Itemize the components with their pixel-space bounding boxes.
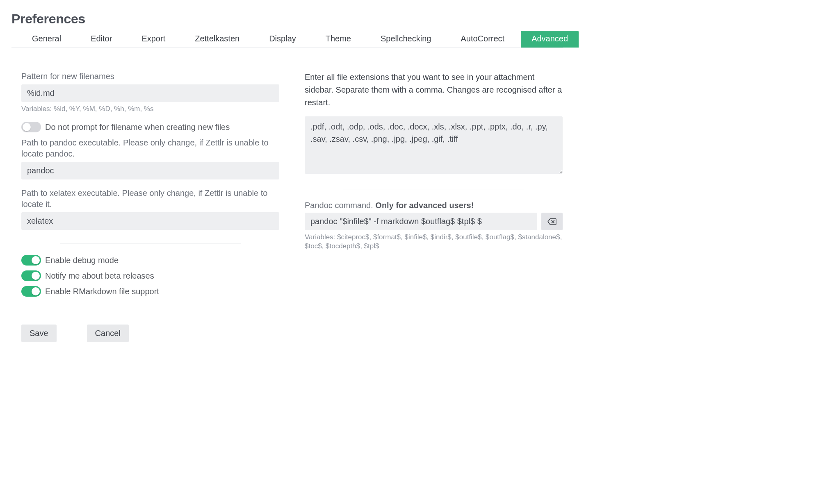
toggle-beta[interactable] bbox=[21, 270, 41, 281]
pandoc-command-label-strong: Only for advanced users! bbox=[375, 201, 474, 210]
tab-theme[interactable]: Theme bbox=[317, 31, 360, 48]
filename-pattern-label: Pattern for new filenames bbox=[21, 71, 279, 82]
pandoc-command-hint: Variables: $citeproc$, $format$, $infile… bbox=[305, 233, 563, 251]
tab-editor[interactable]: Editor bbox=[82, 31, 121, 48]
toggle-beta-label: Notify me about beta releases bbox=[45, 271, 154, 281]
pandoc-path-input[interactable] bbox=[21, 162, 279, 179]
toggle-row-beta: Notify me about beta releases bbox=[21, 270, 279, 281]
toggle-debug[interactable] bbox=[21, 255, 41, 266]
toggle-row-debug: Enable debug mode bbox=[21, 255, 279, 266]
toggle-row-rmarkdown: Enable RMarkdown file support bbox=[21, 286, 279, 297]
xelatex-path-input[interactable] bbox=[21, 212, 279, 230]
pandoc-command-reset-button[interactable] bbox=[541, 213, 563, 230]
tab-spellchecking[interactable]: Spellchecking bbox=[372, 31, 440, 48]
right-column: Enter all file extensions that you want … bbox=[305, 71, 563, 251]
extensions-description: Enter all file extensions that you want … bbox=[305, 71, 563, 109]
save-button[interactable]: Save bbox=[21, 325, 57, 342]
tab-zettelkasten[interactable]: Zettelkasten bbox=[186, 31, 249, 48]
columns: Pattern for new filenames Variables: %id… bbox=[11, 71, 563, 302]
preferences-page: Preferences General Editor Export Zettel… bbox=[0, 0, 574, 359]
pandoc-command-label-text: Pandoc command. bbox=[305, 201, 375, 210]
tab-autocorrect[interactable]: AutoCorrect bbox=[452, 31, 513, 48]
toggle-rmarkdown-label: Enable RMarkdown file support bbox=[45, 287, 159, 296]
pandoc-command-input[interactable] bbox=[305, 213, 537, 230]
xelatex-path-label: Path to xelatex executable. Please only … bbox=[21, 188, 279, 210]
tab-general[interactable]: General bbox=[23, 31, 70, 48]
toggle-rmarkdown[interactable] bbox=[21, 286, 41, 297]
toggle-no-prompt[interactable] bbox=[21, 122, 41, 132]
toggle-row-no-prompt: Do not prompt for filename when creating… bbox=[21, 122, 279, 132]
group-pandoc-path: Path to pandoc executable. Please only c… bbox=[21, 137, 279, 179]
page-title: Preferences bbox=[11, 11, 563, 27]
tab-advanced[interactable]: Advanced bbox=[521, 31, 579, 48]
pandoc-path-label: Path to pandoc executable. Please only c… bbox=[21, 137, 279, 159]
group-filename-pattern: Pattern for new filenames Variables: %id… bbox=[21, 71, 279, 114]
divider-right bbox=[343, 189, 524, 189]
filename-pattern-hint: Variables: %id, %Y, %M, %D, %h, %m, %s bbox=[21, 104, 279, 114]
tab-export[interactable]: Export bbox=[132, 31, 174, 48]
dialog-buttons: Save Cancel bbox=[11, 325, 563, 342]
left-column: Pattern for new filenames Variables: %id… bbox=[21, 71, 279, 302]
extensions-textarea[interactable] bbox=[305, 116, 563, 174]
backspace-icon bbox=[547, 218, 556, 225]
tab-display[interactable]: Display bbox=[260, 31, 305, 48]
tabs: General Editor Export Zettelkasten Displ… bbox=[11, 31, 563, 48]
toggle-no-prompt-label: Do not prompt for filename when creating… bbox=[45, 123, 230, 132]
filename-pattern-input[interactable] bbox=[21, 84, 279, 102]
toggle-debug-label: Enable debug mode bbox=[45, 256, 119, 265]
group-xelatex-path: Path to xelatex executable. Please only … bbox=[21, 188, 279, 230]
divider-left bbox=[60, 243, 240, 243]
pandoc-command-label: Pandoc command. Only for advanced users! bbox=[305, 201, 563, 210]
cancel-button[interactable]: Cancel bbox=[87, 325, 129, 342]
pandoc-command-row bbox=[305, 213, 563, 230]
